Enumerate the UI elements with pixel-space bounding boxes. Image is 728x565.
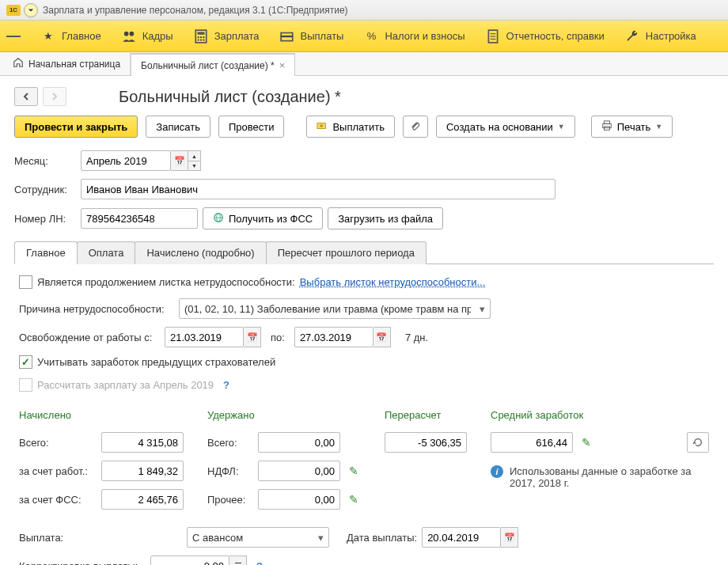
recalc-salary-label: Рассчитать зарплату за Апрель 2019	[37, 379, 214, 391]
reason-label: Причина нетрудоспособности:	[19, 303, 174, 315]
chevron-down-icon: ▼	[655, 123, 662, 131]
nav-payments[interactable]: Выплаты	[280, 29, 344, 44]
post-and-close-button[interactable]: Провести и закрыть	[14, 116, 138, 138]
load-from-file-button[interactable]: Загрузить из файла	[328, 207, 443, 229]
people-icon	[122, 29, 136, 44]
avg-header: Средний заработок	[491, 409, 709, 421]
chevron-down-icon: ▼	[558, 123, 565, 131]
svg-point-9	[203, 39, 204, 40]
svg-point-7	[197, 39, 199, 40]
withheld-header: Удержано	[207, 409, 361, 421]
recalc-input[interactable]	[385, 432, 467, 453]
pay-button[interactable]: Выплатить	[306, 116, 395, 138]
home-icon	[13, 57, 24, 70]
employer-label: за счет работ.:	[19, 465, 95, 477]
consider-prev-label: Учитывать заработок предыдущих страховат…	[37, 356, 275, 368]
month-input[interactable]	[81, 150, 171, 171]
release-from-label: Освобождение от работы с:	[19, 332, 160, 343]
month-down[interactable]: ▼	[188, 161, 201, 171]
payment-select[interactable]: С авансом	[187, 527, 329, 548]
select-sheet-link[interactable]: Выбрать листок нетрудоспособности...	[300, 276, 486, 288]
system-menu-dropdown[interactable]	[24, 3, 38, 17]
print-button[interactable]: Печать ▼	[591, 116, 673, 138]
continuation-checkbox[interactable]	[19, 275, 32, 289]
wrench-icon	[625, 29, 639, 44]
back-button[interactable]	[14, 87, 38, 106]
edit-other-icon[interactable]: ✎	[347, 493, 361, 506]
doc-tab-recalc[interactable]: Пересчет прошлого периода	[266, 241, 427, 264]
svg-point-5	[200, 36, 202, 38]
ln-number-label: Номер ЛН:	[14, 213, 76, 225]
svg-point-1	[129, 31, 134, 36]
avg-input[interactable]	[491, 432, 573, 453]
ndfl-input[interactable]	[258, 461, 340, 481]
days-count: 7 дн.	[405, 332, 428, 343]
ndfl-label: НДФЛ:	[207, 465, 252, 477]
svg-point-0	[123, 31, 128, 36]
create-based-on-button[interactable]: Создать на основании ▼	[436, 116, 575, 138]
accrued-total-input[interactable]	[101, 432, 184, 453]
edit-avg-icon[interactable]: ✎	[579, 436, 593, 449]
calendar-button[interactable]: 📅	[373, 327, 391, 347]
nav-hr[interactable]: Кадры	[122, 29, 173, 44]
paperclip-icon	[410, 120, 421, 134]
logo-1c: 1С	[6, 5, 21, 16]
menu-button[interactable]	[6, 29, 21, 44]
accrued-employer-input[interactable]	[101, 461, 184, 481]
get-from-fss-button[interactable]: Получить из ФСС	[203, 207, 323, 229]
info-icon: i	[491, 465, 503, 478]
refresh-button[interactable]	[687, 432, 709, 453]
svg-point-6	[203, 36, 204, 38]
close-icon[interactable]: ×	[279, 59, 286, 71]
percent-icon: %	[364, 29, 378, 44]
accrued-header: Начислено	[19, 409, 184, 421]
consider-prev-checkbox[interactable]	[19, 355, 32, 369]
printer-icon	[601, 120, 612, 134]
tab-current-document[interactable]: Больничный лист (создание) * ×	[131, 53, 295, 76]
correction-calc-button[interactable]: ☰	[229, 556, 247, 565]
fss-label: за счет ФСС:	[19, 494, 95, 506]
date-from-input[interactable]	[165, 327, 244, 347]
nav-main[interactable]: ★ Главное	[41, 29, 101, 44]
accrued-fss-input[interactable]	[101, 489, 184, 510]
save-button[interactable]: Записать	[146, 116, 210, 138]
employee-label: Сотрудник:	[14, 184, 76, 195]
edit-ndfl-icon[interactable]: ✎	[347, 465, 361, 477]
employee-input[interactable]	[81, 179, 555, 199]
svg-point-4	[197, 36, 199, 38]
calendar-button[interactable]: 📅	[501, 527, 518, 548]
svg-point-8	[200, 39, 202, 40]
doc-tab-payment[interactable]: Оплата	[77, 241, 136, 264]
calendar-button[interactable]: 📅	[244, 327, 261, 347]
payment-label: Выплата:	[19, 532, 182, 544]
correction-input[interactable]	[150, 556, 229, 565]
nav-settings[interactable]: Настройка	[625, 29, 696, 44]
post-button[interactable]: Провести	[218, 116, 285, 138]
recalc-salary-checkbox[interactable]	[19, 378, 32, 392]
tab-home[interactable]: Начальная страница	[3, 52, 131, 75]
nav-taxes[interactable]: % Налоги и взносы	[364, 29, 464, 44]
other-input[interactable]	[258, 489, 340, 510]
continuation-label: Является продолжением листка нетрудоспос…	[37, 276, 295, 288]
refresh-icon	[692, 437, 703, 448]
reason-select[interactable]: (01, 02, 10, 11) Заболевание или травма …	[179, 298, 491, 319]
ln-number-input[interactable]	[81, 208, 198, 229]
help-icon[interactable]: ?	[256, 560, 263, 566]
nav-salary[interactable]: Зарплата	[194, 29, 260, 44]
date-to-input[interactable]	[294, 327, 373, 347]
forward-button[interactable]	[43, 87, 66, 106]
date-to-label: по:	[271, 332, 285, 343]
wallet-icon	[280, 29, 294, 44]
month-up[interactable]: ▲	[188, 150, 201, 161]
attachment-button[interactable]	[403, 116, 428, 138]
payment-date-input[interactable]	[422, 527, 501, 548]
recalc-header: Перерасчет	[385, 409, 467, 421]
help-icon[interactable]: ?	[223, 379, 229, 391]
nav-reports[interactable]: Отчетность, справки	[486, 29, 605, 44]
doc-tab-main[interactable]: Главное	[14, 241, 78, 264]
doc-tab-accrued-details[interactable]: Начислено (подробно)	[135, 241, 266, 264]
svg-rect-11	[281, 35, 293, 36]
calendar-button[interactable]: 📅	[171, 150, 188, 171]
withheld-total-input[interactable]	[258, 432, 340, 453]
info-text: Использованы данные о заработке за 2017,…	[510, 465, 692, 489]
